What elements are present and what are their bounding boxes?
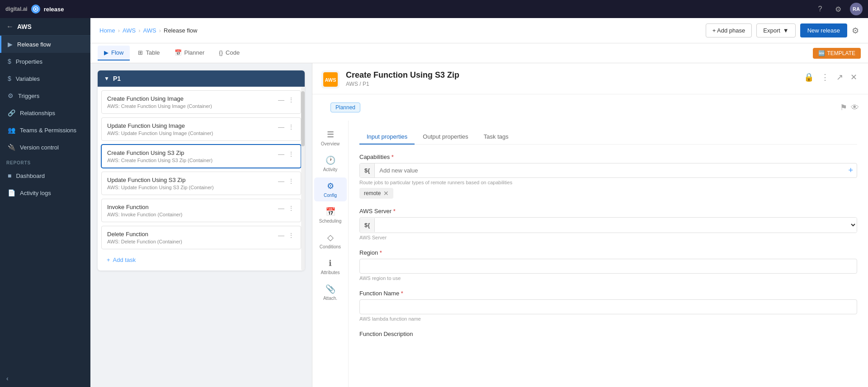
sidebar-item-label: Teams & Permissions — [20, 127, 76, 134]
sidebar-item-release-flow[interactable]: ▶ Release flow — [0, 36, 90, 53]
tab-code[interactable]: {} Code — [212, 46, 246, 61]
sidebar-item-label: Variables — [16, 75, 40, 82]
sidebar-item-label: Version control — [20, 144, 59, 151]
sidebar-item-teams-permissions[interactable]: 👥 Teams & Permissions — [0, 121, 90, 139]
sidenav-attributes[interactable]: ℹ Attributes — [314, 255, 347, 279]
sidebar-item-triggers[interactable]: ⚙ Triggers — [0, 87, 90, 104]
task-item[interactable]: Update Function Using S3 Zip AWS: Update… — [101, 172, 301, 195]
aws-server-prefix: ${ — [360, 218, 375, 232]
sidebar-item-version-control[interactable]: 🔌 Version control — [0, 139, 90, 156]
add-phase-button[interactable]: + Add phase — [706, 23, 752, 37]
scrollbar-thumb — [301, 91, 305, 146]
conditions-icon: ◇ — [327, 233, 334, 242]
capabilities-field: Capabilities * ${ + Route jobs to partic… — [359, 154, 857, 199]
more-options-button[interactable]: ⋮ — [819, 70, 831, 84]
expand-button[interactable]: ↗ — [835, 70, 845, 84]
capability-tag-remove[interactable]: ✕ — [383, 190, 389, 197]
content-area: Home › AWS › AWS › Release flow + Add ph… — [90, 18, 868, 387]
task-collapse-button[interactable]: — — [277, 122, 285, 131]
planner-tab-icon: 📅 — [175, 49, 182, 56]
sidebar-item-activity-logs[interactable]: 📄 Activity logs — [0, 184, 90, 201]
task-item-selected[interactable]: Create Function Using S3 Zip AWS: Create… — [101, 145, 301, 168]
sidenav-activity[interactable]: 🕐 Activity — [314, 152, 347, 176]
flag-icon[interactable]: ⚑ — [840, 103, 847, 112]
task-collapse-button[interactable]: — — [277, 231, 285, 240]
task-item[interactable]: Create Function Using Image AWS: Create … — [101, 90, 301, 114]
table-tab-icon: ⊞ — [138, 49, 143, 56]
task-collapse-button[interactable]: — — [277, 204, 285, 213]
task-item[interactable]: Invoke Function AWS: Invoke Function (Co… — [101, 199, 301, 222]
sidebar-item-relationships[interactable]: 🔗 Relationships — [0, 104, 90, 121]
tab-planner[interactable]: 📅 Planner — [168, 46, 211, 61]
task-item[interactable]: Update Function Using Image AWS: Update … — [101, 117, 301, 141]
breadcrumb-home[interactable]: Home — [99, 27, 115, 34]
tab-input-properties[interactable]: Input properties — [359, 130, 415, 145]
flow-area: ▼ P1 Create Function Using Image AWS: Cr… — [90, 63, 868, 387]
eye-icon[interactable]: 👁 — [851, 103, 859, 112]
avatar[interactable]: RA — [850, 3, 863, 15]
task-collapse-button[interactable]: — — [277, 149, 285, 159]
sidebar-back-button[interactable]: ← — [6, 23, 14, 31]
aws-icon: AWS — [323, 72, 338, 87]
task-more-button[interactable]: ⋮ — [287, 177, 295, 186]
page-settings-icon[interactable]: ⚙ — [852, 26, 859, 36]
detail-header-info: Create Function Using S3 Zip AWS / P1 — [346, 70, 796, 87]
add-task-button[interactable]: + Add task — [101, 253, 141, 267]
capabilities-add-button[interactable]: + — [844, 164, 857, 177]
phase-header: ▼ P1 — [98, 70, 305, 87]
task-more-button[interactable]: ⋮ — [287, 231, 295, 240]
export-button[interactable]: Export ▼ — [756, 23, 795, 37]
task-item[interactable]: Delete Function AWS: Delete Function (Co… — [101, 226, 301, 249]
settings-icon[interactable]: ⚙ — [832, 3, 844, 15]
required-marker: * — [393, 208, 396, 214]
close-button[interactable]: ✕ — [849, 70, 859, 84]
help-icon[interactable]: ? — [814, 3, 826, 15]
breadcrumb-aws-2[interactable]: AWS — [143, 27, 156, 34]
task-more-button[interactable]: ⋮ — [287, 204, 295, 213]
tab-output-properties[interactable]: Output properties — [415, 130, 475, 145]
task-more-button[interactable]: ⋮ — [287, 122, 295, 131]
aws-server-select[interactable] — [375, 218, 857, 233]
properties-icon: $ — [8, 58, 11, 65]
task-more-button[interactable]: ⋮ — [287, 149, 295, 159]
sidenav-conditions[interactable]: ◇ Conditions — [314, 229, 347, 253]
detail-body: ☰ Overview 🕐 Activity ⚙ Config 📅 — [312, 121, 868, 387]
sidenav-scheduling-label: Scheduling — [319, 219, 341, 224]
sidebar-item-dashboard[interactable]: ■ Dashboard — [0, 167, 90, 184]
aws-server-field: AWS Server * ${ AWS Server — [359, 208, 857, 240]
sub-header: Home › AWS › AWS › Release flow + Add ph… — [90, 18, 868, 43]
task-collapse-button[interactable]: — — [277, 95, 285, 104]
scrollbar-track[interactable] — [301, 87, 305, 270]
detail-sidenav: ☰ Overview 🕐 Activity ⚙ Config 📅 — [312, 121, 349, 387]
tab-flow[interactable]: ▶ Flow — [98, 46, 130, 61]
lock-icon[interactable]: 🔒 — [802, 70, 816, 84]
breadcrumb-aws-1[interactable]: AWS — [123, 27, 136, 34]
breadcrumb-current: Release flow — [164, 27, 197, 34]
overview-icon: ☰ — [327, 130, 334, 140]
region-input[interactable] — [359, 259, 857, 274]
sidebar-item-variables[interactable]: $ Variables — [0, 70, 90, 87]
tab-table[interactable]: ⊞ Table — [132, 46, 166, 61]
sidenav-config[interactable]: ⚙ Config — [314, 177, 347, 201]
sidenav-attach-label: Attach. — [323, 296, 337, 301]
region-label: Region * — [359, 249, 857, 256]
task-subtitle: AWS: Delete Function (Container) — [107, 239, 182, 244]
tab-task-tags[interactable]: Task tags — [476, 130, 516, 145]
sidenav-overview[interactable]: ☰ Overview — [314, 126, 347, 150]
sidebar-item-properties[interactable]: $ Properties — [0, 53, 90, 70]
sidenav-scheduling[interactable]: 📅 Scheduling — [314, 203, 347, 227]
config-icon: ⚙ — [327, 181, 334, 191]
status-badge: Planned — [330, 103, 360, 112]
task-subtitle: AWS: Create Function Using S3 Zip (Conta… — [107, 158, 212, 163]
sidebar-collapse-button[interactable]: ‹ — [6, 375, 9, 382]
new-release-button[interactable]: New release — [800, 23, 847, 37]
task-collapse-button[interactable]: — — [277, 177, 285, 186]
capabilities-input[interactable] — [375, 163, 844, 177]
template-button[interactable]: 🆕 TEMPLATE — [813, 48, 861, 59]
detail-panel: AWS Create Function Using S3 Zip AWS / P… — [312, 63, 868, 387]
function-name-input[interactable] — [359, 299, 857, 314]
task-more-button[interactable]: ⋮ — [287, 95, 295, 104]
tab-planner-label: Planner — [184, 49, 205, 56]
status-actions: ⚑ 👁 — [840, 103, 859, 112]
sidenav-attach[interactable]: 📎 Attach. — [314, 280, 347, 304]
